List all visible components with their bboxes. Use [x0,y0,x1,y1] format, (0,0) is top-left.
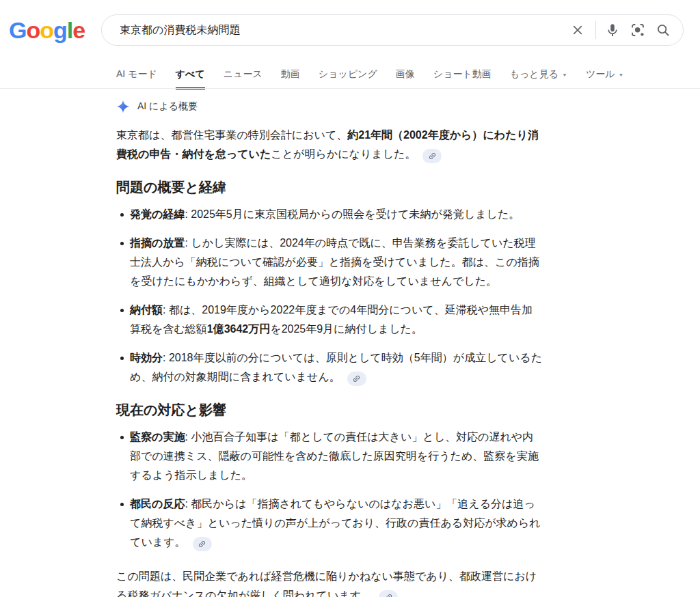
list-item: 監察の実施: 小池百合子知事は「都としての責任は大きい」とし、対応の遅れや内部で… [130,428,542,485]
search-bar-divider [595,21,596,39]
tab-videos[interactable]: 動画 [281,64,300,87]
link-icon [426,150,438,162]
logo-letter: o [26,17,40,43]
source-link-chip[interactable] [193,537,212,551]
logo-letter: l [67,17,72,43]
tab-tools-label: ツール [586,68,615,81]
link-icon [382,591,394,597]
source-link-chip[interactable] [347,372,366,386]
search-submit-button[interactable] [654,21,672,39]
tab-all[interactable]: すべて [176,64,205,89]
ai-closing-text: この問題は、民間企業であれば経営危機に陥りかねない事態であり、都政運営における税… [116,570,537,597]
google-lens-icon [630,23,645,38]
bullet-text: 監察の実施: 小池百合子知事は「都としての責任は大きい」とし、対応の遅れや内部で… [130,431,539,481]
bullet-list: 監察の実施: 小池百合子知事は「都としての責任は大きい」とし、対応の遅れや内部で… [116,428,542,552]
section-heading: 現在の対応と影響 [116,402,542,418]
ai-intro-text: 東京都は、都営住宅事業の特別会計において、約21年間（2002年度から）にわたり… [116,129,539,160]
list-item: 指摘の放置: しかし実際には、2024年の時点で既に、申告業務を委託していた税理… [130,234,542,291]
bullet-text: 時効分: 2018年度以前の分については、原則として時効（5年間）が成立している… [130,352,542,383]
list-item: 都民の反応: 都民からは「指摘されてもやらないのはなお悪い」「追える分は追って納… [130,495,542,552]
chevron-down-icon: ▼ [562,72,567,77]
result-filter-tabs: AI モード すべて ニュース 動画 ショッピング 画像 ショート動画 もっと見… [116,64,624,89]
link-icon [351,372,363,385]
tab-images[interactable]: 画像 [396,64,415,87]
section-heading: 問題の概要と経緯 [116,179,542,195]
voice-search-button[interactable] [604,21,621,39]
link-icon [196,538,208,550]
lens-search-button[interactable] [629,21,647,39]
ai-closing-paragraph: この問題は、民間企業であれば経営危機に陥りかねない事態であり、都政運営における税… [116,567,542,597]
ai-intro-paragraph: 東京都は、都営住宅事業の特別会計において、約21年間（2002年度から）にわたり… [116,126,542,164]
chevron-down-icon: ▼ [619,72,624,77]
bullet-list: 発覚の経緯: 2025年5月に東京国税局からの照会を受けて未納が発覚しました。 … [116,205,542,387]
search-input[interactable] [118,23,561,37]
bullet-text: 指摘の放置: しかし実際には、2024年の時点で既に、申告業務を委託していた税理… [130,237,539,287]
source-link-chip[interactable] [422,149,442,163]
list-item: 納付額: 都は、2019年度から2022年度までの4年間分について、延滞税や無申… [130,301,542,339]
tab-tools[interactable]: ツール▼ [586,64,624,87]
logo-letter: g [53,17,67,43]
ai-overview-header: AI による概要 [116,100,542,113]
logo-letter: G [9,17,26,43]
tab-shopping[interactable]: ショッピング [319,64,377,87]
bullet-text: 納付額: 都は、2019年度から2022年度までの4年間分について、延滞税や無申… [130,304,533,335]
tabs-bottom-rule [0,88,700,89]
logo-letter: o [40,17,53,43]
list-item: 発覚の経緯: 2025年5月に東京国税局からの照会を受けて未納が発覚しました。 [130,205,542,224]
search-icon [656,23,671,38]
bullet-text: 都民の反応: 都民からは「指摘されてもやらないのはなお悪い」「追える分は追って納… [130,498,541,548]
list-item: 時効分: 2018年度以前の分については、原則として時効（5年間）が成立している… [130,348,542,387]
tab-more-label: もっと見る [510,68,558,81]
mic-icon [605,23,620,38]
tab-ai-mode[interactable]: AI モード [116,64,157,87]
google-logo[interactable]: Google [9,16,85,44]
ai-overview-panel: AI による概要 東京都は、都営住宅事業の特別会計において、約21年間（2002… [116,100,542,597]
ai-overview-label: AI による概要 [137,100,198,113]
ai-sparkle-icon [116,100,130,113]
tab-short-videos[interactable]: ショート動画 [433,64,492,87]
search-bar[interactable] [101,14,684,46]
close-icon [570,23,585,38]
bullet-text: 発覚の経緯: 2025年5月に東京国税局からの照会を受けて未納が発覚しました。 [130,208,520,220]
clear-search-button[interactable] [569,21,587,39]
source-link-chip[interactable] [379,590,398,597]
tab-news[interactable]: ニュース [224,64,262,87]
tab-more[interactable]: もっと見る▼ [510,64,567,87]
logo-letter: e [72,17,85,43]
